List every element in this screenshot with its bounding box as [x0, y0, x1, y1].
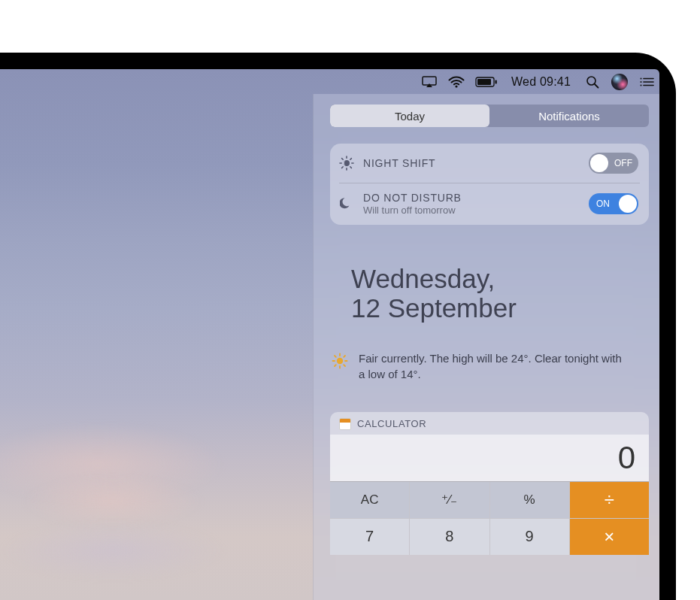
dnd-title: DO NOT DISTURB [363, 192, 580, 204]
svg-point-11 [641, 84, 642, 86]
calc-key-9[interactable]: 9 [490, 519, 569, 555]
svg-line-30 [344, 356, 345, 357]
notification-center-icon[interactable] [638, 74, 655, 90]
calc-key-⁺∕₋[interactable]: ⁺∕₋ [410, 482, 489, 518]
calc-key-%[interactable]: % [490, 482, 569, 518]
weather-widget[interactable]: Fair currently. The high will be 24°. Cl… [330, 351, 649, 382]
night-shift-toggle[interactable]: OFF [589, 153, 638, 174]
date-widget: Wednesday, 12 September [330, 264, 649, 323]
night-shift-text: NIGHT SHIFT [363, 157, 580, 169]
toggle-state-label: ON [596, 198, 610, 209]
tab-today[interactable]: Today [330, 105, 489, 127]
siri-icon[interactable] [611, 74, 628, 90]
calc-key-8[interactable]: 8 [410, 519, 489, 555]
calculator-widget: CALCULATOR 0 AC⁺∕₋%÷789× [330, 412, 649, 555]
moon-icon [339, 196, 354, 211]
segmented-control: Today Notifications [330, 105, 649, 127]
image-frame: Wed 09:41 [0, 0, 700, 600]
svg-point-1 [455, 85, 457, 87]
do-not-disturb-row: DO NOT DISTURB Will turn off tomorrow ON [330, 183, 649, 225]
search-icon[interactable] [584, 74, 601, 90]
date-line-1: Wednesday, [351, 264, 649, 293]
svg-point-7 [641, 77, 642, 79]
calc-key-7[interactable]: 7 [330, 519, 409, 555]
calc-key-÷[interactable]: ÷ [570, 482, 649, 518]
svg-line-27 [335, 356, 336, 357]
calculator-app-icon [339, 418, 351, 430]
calculator-header: CALCULATOR [330, 412, 649, 435]
svg-line-28 [344, 365, 345, 367]
date-line-2: 12 September [351, 293, 649, 323]
weather-summary: Fair currently. The high will be 24°. Cl… [359, 351, 629, 382]
battery-icon[interactable] [475, 74, 498, 90]
screen: Wed 09:41 [0, 69, 659, 600]
calc-key-×[interactable]: × [570, 519, 649, 555]
night-shift-row: NIGHT SHIFT OFF [330, 144, 649, 183]
svg-point-5 [587, 77, 595, 85]
svg-line-6 [595, 84, 598, 88]
svg-line-20 [342, 167, 344, 168]
calculator-display: 0 [330, 435, 649, 481]
svg-line-21 [350, 159, 352, 160]
toggle-state-label: OFF [614, 158, 632, 168]
svg-point-22 [337, 358, 343, 364]
toggle-knob [619, 195, 637, 213]
nc-content: Today Notifications [330, 94, 649, 600]
svg-line-18 [342, 159, 344, 160]
wifi-icon[interactable] [448, 74, 465, 90]
dnd-text: DO NOT DISTURB Will turn off tomorrow [363, 192, 580, 216]
desktop-cloud [0, 520, 226, 580]
menu-bar-clock[interactable]: Wed 09:41 [508, 75, 574, 89]
sun-icon [332, 353, 348, 369]
dnd-subtitle: Will turn off tomorrow [363, 205, 580, 216]
notification-center-panel: Today Notifications [313, 94, 659, 600]
svg-point-9 [641, 81, 642, 83]
svg-line-19 [350, 167, 352, 168]
quick-toggles-card: NIGHT SHIFT OFF [330, 144, 649, 225]
svg-rect-4 [495, 80, 497, 83]
calculator-title: CALCULATOR [357, 418, 426, 429]
calc-key-ac[interactable]: AC [330, 482, 409, 518]
svg-rect-3 [477, 79, 491, 85]
dnd-toggle[interactable]: ON [589, 193, 638, 214]
tab-notifications[interactable]: Notifications [489, 105, 649, 127]
airplay-icon[interactable] [421, 74, 438, 90]
night-shift-title: NIGHT SHIFT [363, 157, 580, 169]
calculator-keypad: AC⁺∕₋%÷789× [330, 481, 649, 555]
menu-bar: Wed 09:41 [0, 69, 659, 94]
toggle-knob [590, 154, 608, 172]
night-shift-icon [339, 156, 354, 171]
svg-line-29 [335, 365, 336, 367]
